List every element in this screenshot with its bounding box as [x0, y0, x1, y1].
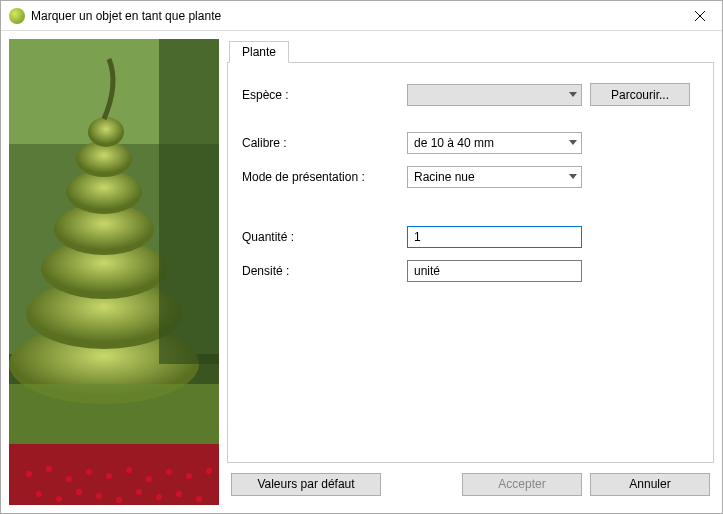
espece-label: Espèce :: [242, 88, 407, 102]
tab-plante-label: Plante: [242, 45, 276, 59]
svg-rect-15: [9, 384, 219, 444]
mode-dropdown[interactable]: Racine nue: [407, 166, 582, 188]
right-pane: Plante Espèce : Parcourir... Calibre : d…: [227, 39, 714, 505]
svg-point-18: [66, 476, 72, 482]
svg-point-16: [26, 471, 32, 477]
cancel-button[interactable]: Annuler: [590, 473, 710, 496]
chevron-down-icon: [569, 140, 577, 146]
mode-label: Mode de présentation :: [242, 170, 407, 184]
row-densite: Densité :: [242, 260, 699, 282]
quantite-label: Quantité :: [242, 230, 407, 244]
svg-point-27: [56, 496, 62, 502]
close-icon: [695, 11, 705, 21]
calibre-value: de 10 à 40 mm: [414, 136, 494, 150]
svg-point-29: [96, 493, 102, 499]
svg-point-30: [116, 497, 122, 503]
svg-point-34: [196, 496, 202, 502]
svg-point-21: [126, 467, 132, 473]
row-espece: Espèce : Parcourir...: [242, 83, 699, 106]
svg-point-25: [206, 468, 212, 474]
svg-point-22: [146, 476, 152, 482]
panel: Espèce : Parcourir... Calibre : de 10 à …: [227, 62, 714, 463]
svg-point-20: [106, 473, 112, 479]
calibre-label: Calibre :: [242, 136, 407, 150]
row-mode: Mode de présentation : Racine nue: [242, 166, 699, 188]
titlebar: Marquer un objet en tant que plante: [1, 1, 722, 31]
svg-point-19: [86, 469, 92, 475]
densite-label: Densité :: [242, 264, 407, 278]
accept-button[interactable]: Accepter: [462, 473, 582, 496]
footer: Valeurs par défaut Accepter Annuler: [227, 463, 714, 505]
close-button[interactable]: [677, 1, 722, 30]
chevron-down-icon: [569, 174, 577, 180]
defaults-button[interactable]: Valeurs par défaut: [231, 473, 381, 496]
row-calibre: Calibre : de 10 à 40 mm: [242, 132, 699, 154]
svg-point-24: [186, 473, 192, 479]
chevron-down-icon: [569, 92, 577, 98]
cancel-label: Annuler: [629, 477, 670, 491]
svg-point-17: [46, 466, 52, 472]
preview-image: [9, 39, 219, 505]
svg-point-26: [36, 491, 42, 497]
content: Plante Espèce : Parcourir... Calibre : d…: [1, 31, 722, 513]
defaults-label: Valeurs par défaut: [257, 477, 354, 491]
tabbar: Plante: [227, 39, 714, 62]
svg-rect-14: [159, 39, 219, 364]
calibre-dropdown[interactable]: de 10 à 40 mm: [407, 132, 582, 154]
svg-point-28: [76, 489, 82, 495]
svg-point-23: [166, 469, 172, 475]
svg-point-13: [88, 117, 124, 147]
window-title: Marquer un objet en tant que plante: [31, 9, 677, 23]
app-icon: [9, 8, 25, 24]
svg-point-33: [176, 491, 182, 497]
tab-plante[interactable]: Plante: [229, 41, 289, 63]
accept-label: Accepter: [498, 477, 545, 491]
mode-value: Racine nue: [414, 170, 475, 184]
svg-point-32: [156, 494, 162, 500]
svg-point-31: [136, 489, 142, 495]
row-quantite: Quantité :: [242, 226, 699, 248]
densite-input[interactable]: [407, 260, 582, 282]
quantite-input[interactable]: [407, 226, 582, 248]
browse-button[interactable]: Parcourir...: [590, 83, 690, 106]
browse-label: Parcourir...: [611, 88, 669, 102]
espece-dropdown[interactable]: [407, 84, 582, 106]
